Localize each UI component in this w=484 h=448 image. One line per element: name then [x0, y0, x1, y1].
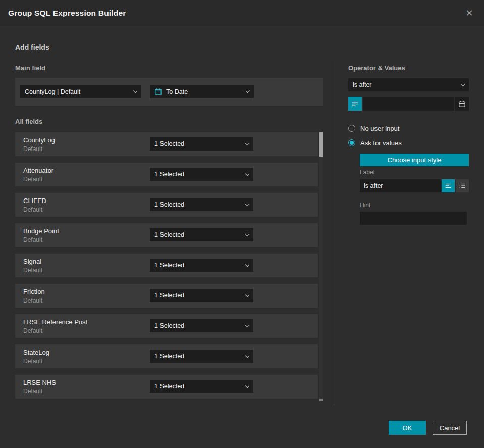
- field-name: Bridge Point: [23, 227, 59, 235]
- list-input-style-button[interactable]: [456, 179, 469, 192]
- group-sql-expression-builder-dialog: Group SQL Expression Builder ✕ Add field…: [0, 0, 484, 448]
- field-selected-label: 1 Selected: [154, 353, 242, 360]
- field-selected-dropdown[interactable]: 1 Selected: [150, 289, 253, 302]
- field-selected-label: 1 Selected: [154, 201, 242, 208]
- field-row: Attenuator Default 1 Selected: [15, 163, 318, 186]
- field-selected-label: 1 Selected: [154, 322, 242, 329]
- list-icon: [351, 100, 359, 108]
- field-subtitle: Default: [23, 267, 42, 274]
- field-row: Bridge Point Default 1 Selected: [15, 223, 318, 247]
- field-selected-dropdown[interactable]: 1 Selected: [150, 137, 253, 151]
- calendar-icon: [458, 100, 466, 108]
- single-input-style-button[interactable]: [442, 179, 455, 192]
- field-selected-dropdown[interactable]: 1 Selected: [150, 319, 253, 332]
- vertical-divider: [334, 61, 334, 405]
- radio-circle-checked-icon: [348, 139, 355, 146]
- field-selected-label: 1 Selected: [154, 383, 242, 390]
- field-name: Attenuator: [23, 167, 53, 174]
- main-field-dropdown-value: CountyLog | Default: [25, 88, 130, 95]
- field-row: Signal Default 1 Selected: [15, 254, 318, 277]
- field-selected-label: 1 Selected: [154, 292, 242, 299]
- field-row: CountyLog Default 1 Selected: [15, 132, 318, 156]
- radio-no-user-input[interactable]: No user input: [348, 124, 399, 132]
- label-caption: Label: [360, 169, 374, 176]
- operator-dropdown[interactable]: is after: [348, 78, 469, 91]
- chevron-down-icon: [245, 292, 249, 296]
- chevron-down-icon: [245, 141, 249, 145]
- field-row: Friction Default 1 Selected: [15, 284, 318, 308]
- hint-input[interactable]: [360, 212, 467, 225]
- field-subtitle: Default: [23, 206, 46, 213]
- radio-ask-for-values[interactable]: Ask for values: [348, 139, 402, 147]
- hint-caption: Hint: [360, 202, 370, 209]
- radio-no-user-input-label: No user input: [360, 125, 399, 132]
- radio-ask-for-values-label: Ask for values: [360, 139, 402, 147]
- operator-dropdown-value: is after: [353, 81, 457, 88]
- chevron-down-icon: [246, 89, 250, 93]
- field-selected-label: 1 Selected: [154, 231, 242, 238]
- label-row: [360, 179, 469, 192]
- field-selected-dropdown[interactable]: 1 Selected: [150, 198, 253, 211]
- scrollbar[interactable]: [319, 132, 323, 401]
- field-selected-label: 1 Selected: [154, 262, 242, 269]
- value-input[interactable]: [363, 97, 454, 111]
- ok-button[interactable]: OK: [389, 421, 426, 435]
- operator-values-heading: Operator & Values: [348, 64, 405, 72]
- field-subtitle: Default: [23, 297, 45, 304]
- chevron-down-icon: [245, 232, 249, 236]
- all-fields-list: CountyLog Default 1 Selected Attenuator …: [15, 132, 318, 405]
- field-subtitle: Default: [23, 176, 53, 183]
- field-row: LRSE NHS Default 1 Selected: [15, 375, 318, 399]
- field-name: Friction: [23, 288, 45, 295]
- value-list-button[interactable]: [348, 97, 362, 111]
- field-selected-label: 1 Selected: [154, 171, 242, 178]
- field-name-block: Signal Default: [23, 258, 42, 274]
- scrollbar-end: [319, 399, 323, 401]
- chevron-down-icon: [245, 262, 249, 266]
- field-name-block: LRSE NHS Default: [23, 379, 56, 395]
- field-subtitle: Default: [23, 358, 49, 365]
- chevron-down-icon: [461, 82, 465, 86]
- date-field-dropdown-value: To Date: [166, 88, 242, 95]
- align-left-icon: [445, 182, 452, 189]
- chevron-down-icon: [245, 323, 249, 327]
- field-name: CLIFED: [23, 197, 46, 205]
- field-name: StateLog: [23, 349, 49, 356]
- close-icon[interactable]: ✕: [463, 7, 476, 20]
- dialog-title: Group SQL Expression Builder: [8, 9, 126, 18]
- calendar-picker-button[interactable]: [455, 97, 469, 111]
- value-row: [348, 97, 469, 111]
- field-row: StateLog Default 1 Selected: [15, 344, 318, 368]
- field-name-block: StateLog Default: [23, 349, 49, 365]
- field-subtitle: Default: [23, 145, 55, 153]
- main-field-dropdown[interactable]: CountyLog | Default: [20, 85, 141, 98]
- field-row: CLIFED Default 1 Selected: [15, 193, 318, 217]
- field-name: LRSE NHS: [23, 379, 56, 386]
- chevron-down-icon: [245, 171, 249, 175]
- field-selected-dropdown[interactable]: 1 Selected: [150, 228, 253, 241]
- scrollbar-thumb[interactable]: [319, 132, 323, 157]
- chevron-down-icon: [133, 89, 137, 93]
- choose-input-style-button[interactable]: Choose input style: [360, 154, 469, 166]
- date-field-dropdown[interactable]: To Date: [150, 85, 254, 98]
- field-selected-dropdown[interactable]: 1 Selected: [150, 168, 253, 181]
- field-selected-label: 1 Selected: [154, 140, 242, 147]
- label-input[interactable]: [360, 179, 441, 192]
- field-subtitle: Default: [23, 236, 59, 243]
- cancel-button[interactable]: Cancel: [433, 421, 467, 435]
- main-field-panel: CountyLog | Default To Date: [15, 78, 323, 106]
- field-subtitle: Default: [23, 327, 87, 334]
- main-field-label: Main field: [15, 64, 45, 72]
- radio-circle-icon: [348, 125, 355, 132]
- field-name-block: Friction Default: [23, 288, 45, 304]
- field-name: CountyLog: [23, 136, 55, 144]
- dialog-header: Group SQL Expression Builder ✕: [0, 0, 484, 26]
- field-name-block: CLIFED Default: [23, 197, 46, 213]
- field-name: LRSE Reference Post: [23, 318, 87, 326]
- chevron-down-icon: [245, 383, 249, 387]
- field-selected-dropdown[interactable]: 1 Selected: [150, 350, 253, 363]
- field-subtitle: Default: [23, 388, 56, 395]
- field-selected-dropdown[interactable]: 1 Selected: [150, 259, 253, 272]
- field-selected-dropdown[interactable]: 1 Selected: [150, 380, 253, 393]
- bulleted-list-icon: [459, 182, 466, 189]
